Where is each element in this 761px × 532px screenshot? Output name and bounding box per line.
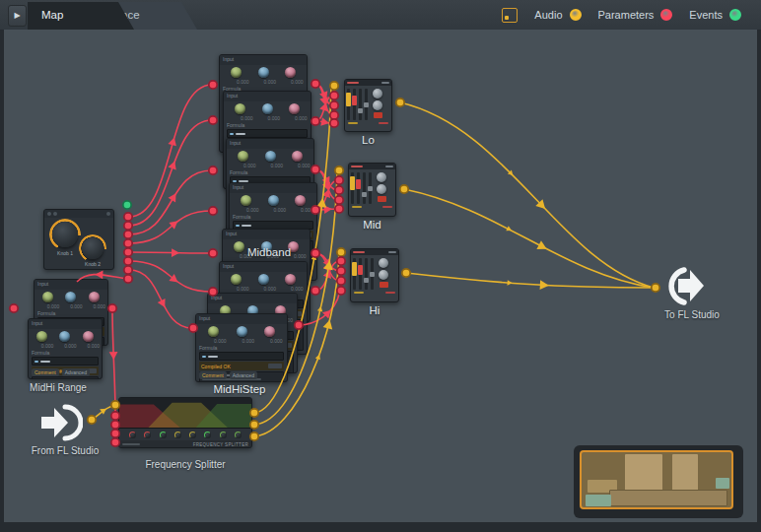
audio-port[interactable] [250,421,258,429]
formula-knob-a[interactable] [235,103,245,114]
mixer-slider[interactable] [359,89,362,120]
slider-handle[interactable] [368,186,373,191]
mixer-slider[interactable] [353,258,356,290]
formula-knob-b[interactable] [258,67,269,78]
mixer-knob[interactable] [373,100,382,110]
parameter-port[interactable] [311,287,319,295]
parameter-port[interactable] [295,321,303,329]
mixer-slider[interactable] [353,89,356,120]
parameter-port[interactable] [337,267,345,275]
parameter-port[interactable] [330,119,338,127]
audio-port[interactable] [250,432,258,440]
formula-knob-c[interactable] [89,292,100,302]
advanced-button[interactable]: Advanced [62,368,90,376]
formula-knob-c[interactable] [292,151,303,162]
parameter-port[interactable] [311,206,319,214]
expand-arrow-button[interactable]: ▶ [8,5,27,27]
tab-map[interactable]: Map [28,2,134,30]
audio-port[interactable] [337,248,345,256]
slider-handle-red[interactable] [356,179,361,189]
mute-chip[interactable] [374,112,382,118]
parameter-port[interactable] [330,101,338,109]
slider-handle-yellow[interactable] [350,176,355,190]
mixer-slider[interactable] [365,89,368,120]
parameter-port[interactable] [209,116,217,124]
splitter-knob[interactable] [220,432,227,438]
audio-port[interactable] [88,416,96,424]
formula-knob-b[interactable] [237,326,247,337]
audio-port[interactable] [400,185,408,193]
splitter-knob-row[interactable] [119,429,251,440]
slider-handle[interactable] [358,108,363,113]
slider-handle[interactable] [370,272,375,277]
mixer-knob[interactable] [377,184,386,194]
mixer-knob[interactable] [373,89,382,99]
mixer-slider[interactable] [369,172,372,204]
splitter-knob[interactable] [144,432,151,438]
parameter-port[interactable] [111,430,119,437]
formula-node[interactable]: Input 0.000 0.000 0.000 Formula Compiled… [28,318,103,379]
slider-handle-red[interactable] [358,265,363,275]
parameter-port[interactable] [111,421,119,429]
formula-knob-b[interactable] [262,103,273,114]
to-fl-studio-node[interactable] [666,266,710,309]
mixer-node-hi[interactable] [350,248,399,302]
mixer-knob[interactable] [379,270,388,280]
splitter-knob[interactable] [204,432,211,438]
mixer-knob[interactable] [379,258,388,268]
audio-port[interactable] [111,401,119,409]
minimap[interactable] [580,450,733,509]
formula-knob-b[interactable] [265,151,276,162]
parameter-port[interactable] [209,166,217,174]
formula-knob-b[interactable] [59,331,70,342]
mixer-slider[interactable] [371,258,374,290]
formula-text-field[interactable] [199,352,284,361]
formula-knob-b[interactable] [258,274,269,285]
formula-knob-a[interactable] [231,274,242,285]
formula-knob-b[interactable] [65,292,76,302]
parameter-port[interactable] [124,266,132,274]
mute-chip[interactable] [378,196,386,202]
parameter-port[interactable] [124,257,132,265]
audio-port[interactable] [402,269,410,277]
audio-port[interactable] [652,284,659,292]
parameter-port[interactable] [189,324,197,332]
splitter-knob[interactable] [189,432,196,438]
slider-handle-yellow[interactable] [346,93,351,106]
mixer-slider[interactable] [359,258,362,290]
slider-handle[interactable] [362,192,367,197]
events-toggle[interactable] [729,9,741,21]
slider-handle[interactable] [364,102,369,107]
slider-handle-yellow[interactable] [352,262,357,276]
audio-port[interactable] [396,99,404,106]
mixer-node-mid[interactable] [348,163,396,217]
comment-button[interactable]: Comment [199,371,227,379]
formula-knob-a[interactable] [42,292,53,302]
parameter-port[interactable] [335,205,343,213]
compile-button[interactable] [268,364,282,368]
parameter-port[interactable] [209,288,217,296]
parameter-port[interactable] [330,92,338,100]
parameter-port[interactable] [311,166,319,173]
parameter-port[interactable] [335,196,343,204]
comment-button[interactable]: Comment [32,368,59,376]
formula-text-field[interactable] [32,357,99,366]
parameter-port[interactable] [108,304,116,312]
parameter-port[interactable] [311,80,319,88]
parameter-port[interactable] [124,248,132,256]
mixer-slider[interactable] [347,89,350,120]
formula-text-field[interactable] [227,129,308,138]
formula-knob-c[interactable] [83,331,94,342]
parameter-port[interactable] [337,277,345,285]
formula-knob-c[interactable] [285,67,296,78]
splitter-knob[interactable] [235,432,242,438]
mixer-knob[interactable] [377,172,386,182]
parameter-port[interactable] [335,186,343,194]
splitter-spectrum-display[interactable] [119,398,251,429]
audio-toggle[interactable] [570,9,582,21]
parameter-port[interactable] [209,81,217,89]
audio-port[interactable] [330,82,338,90]
parameter-port[interactable] [337,287,345,295]
parameter-port[interactable] [124,275,132,283]
formula-knob-a[interactable] [241,195,251,206]
